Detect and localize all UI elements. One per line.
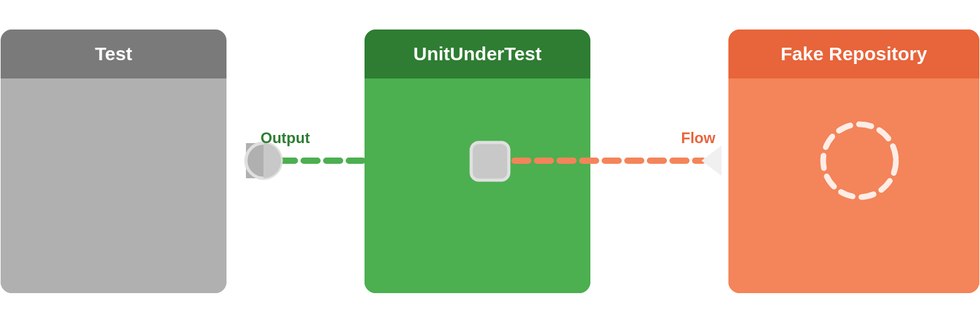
test-panel-body [1,78,226,293]
fake-panel: Fake Repository [728,30,979,293]
test-panel: Test [1,30,226,293]
fake-panel-body [728,78,979,293]
fake-title: Fake Repository [780,43,927,64]
diagram: Test Output UnitUnderTest Flow Fake Repo… [0,0,980,322]
uut-panel-body [365,78,590,293]
output-label: Output [260,129,310,147]
uut-title: UnitUnderTest [413,43,541,64]
uut-panel-header: UnitUnderTest [365,30,590,78]
flow-label: Flow [681,129,716,147]
fake-panel-header: Fake Repository [728,30,979,78]
test-panel-header: Test [1,30,226,78]
test-title: Test [95,43,132,64]
uut-panel: UnitUnderTest [365,30,590,293]
